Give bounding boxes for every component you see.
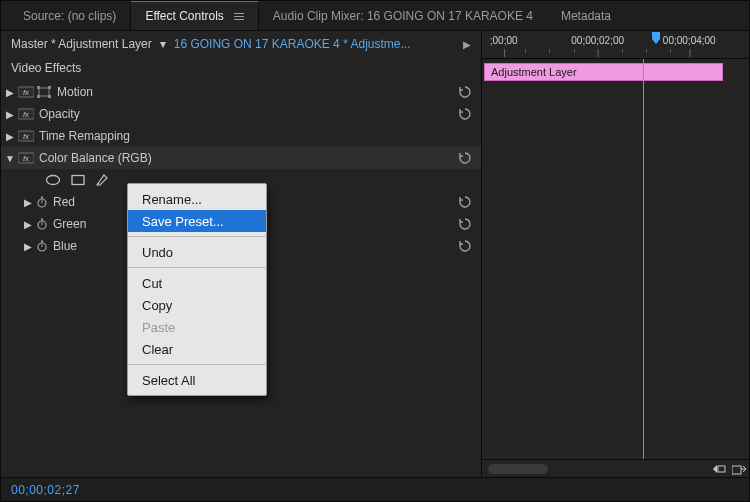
ruler-tick: 00;00;04;00 xyxy=(663,35,716,46)
play-indicator-icon[interactable]: ▶ xyxy=(463,39,471,50)
panel-menu-icon[interactable] xyxy=(234,13,244,20)
breadcrumb: Master * Adjustment Layer ▾ 16 GOING ON … xyxy=(1,31,481,57)
svg-rect-19 xyxy=(41,219,43,221)
twirly-icon[interactable]: ▶ xyxy=(21,197,35,208)
svg-text:fx: fx xyxy=(23,154,30,163)
svg-text:fx: fx xyxy=(23,88,30,97)
ruler-tick: ;00;00 xyxy=(490,35,518,46)
timecode[interactable]: 00;00;02;27 xyxy=(11,483,80,497)
twirly-icon[interactable]: ▶ xyxy=(21,241,35,252)
context-clear[interactable]: Clear xyxy=(128,338,266,360)
context-cut[interactable]: Cut xyxy=(128,272,266,294)
context-separator xyxy=(128,364,266,365)
svg-rect-14 xyxy=(72,176,84,185)
context-undo[interactable]: Undo xyxy=(128,241,266,263)
twirly-icon[interactable]: ▶ xyxy=(3,87,17,98)
reset-icon[interactable] xyxy=(455,151,475,165)
context-select-all[interactable]: Select All xyxy=(128,369,266,391)
timeline-track-area[interactable]: Adjustment Layer xyxy=(482,59,749,459)
panel-body: Master * Adjustment Layer ▾ 16 GOING ON … xyxy=(1,31,749,477)
effect-time-remapping-label: Time Remapping xyxy=(35,129,475,143)
section-video-effects: Video Effects xyxy=(1,57,481,81)
svg-rect-26 xyxy=(732,466,741,474)
context-rename[interactable]: Rename... xyxy=(128,188,266,210)
panel-tabstrip: Source: (no clips) Effect Controls Audio… xyxy=(1,1,749,31)
reset-icon[interactable] xyxy=(455,195,475,209)
effect-color-balance-row[interactable]: ▼ fx Color Balance (RGB) xyxy=(1,147,481,169)
tab-metadata[interactable]: Metadata xyxy=(547,1,625,30)
context-copy[interactable]: Copy xyxy=(128,294,266,316)
svg-rect-5 xyxy=(37,95,40,98)
reset-icon[interactable] xyxy=(455,85,475,99)
effect-controls-panel: Source: (no clips) Effect Controls Audio… xyxy=(0,0,750,502)
twirly-icon[interactable]: ▶ xyxy=(21,219,35,230)
svg-text:fx: fx xyxy=(23,132,30,141)
effect-motion-row[interactable]: ▶ fx Motion xyxy=(1,81,481,103)
breadcrumb-clip-label[interactable]: 16 GOING ON 17 KARAOKE 4 * Adjustme... xyxy=(174,37,411,51)
fx-badge-icon[interactable]: fx xyxy=(17,151,35,165)
svg-rect-4 xyxy=(48,86,51,89)
effect-opacity-row[interactable]: ▶ fx Opacity xyxy=(1,103,481,125)
timeline-pane: ;00;00 00;00;02;00 00;00;04;00 Adjustmen… xyxy=(481,31,749,477)
breadcrumb-master-label[interactable]: Master * Adjustment Layer xyxy=(11,37,152,51)
pen-mask-icon[interactable] xyxy=(95,173,109,187)
stopwatch-icon[interactable] xyxy=(35,240,49,252)
playhead-marker-icon[interactable] xyxy=(650,31,662,43)
tab-effect-controls-label: Effect Controls xyxy=(145,9,223,23)
svg-point-13 xyxy=(47,176,60,185)
fx-badge-icon[interactable]: fx xyxy=(17,129,35,143)
effect-motion-label: Motion xyxy=(53,85,455,99)
export-frame-icon[interactable] xyxy=(729,461,749,477)
context-paste: Paste xyxy=(128,316,266,338)
twirly-icon[interactable]: ▶ xyxy=(3,109,17,120)
timeline-ruler[interactable]: ;00;00 00;00;02;00 00;00;04;00 xyxy=(482,31,749,59)
reset-icon[interactable] xyxy=(455,239,475,253)
timeline-clip-label: Adjustment Layer xyxy=(491,66,577,78)
panel-footer: 00;00;02;27 xyxy=(1,477,749,501)
fx-badge-icon[interactable]: fx xyxy=(17,85,35,99)
zoom-out-icon[interactable] xyxy=(709,461,729,477)
tab-source[interactable]: Source: (no clips) xyxy=(9,1,130,30)
stopwatch-icon[interactable] xyxy=(35,218,49,230)
transform-icon xyxy=(35,85,53,99)
svg-text:fx: fx xyxy=(23,110,30,119)
tab-audio-mixer[interactable]: Audio Clip Mixer: 16 GOING ON 17 KARAOKE… xyxy=(259,1,547,30)
svg-rect-2 xyxy=(39,88,49,96)
reset-icon[interactable] xyxy=(455,217,475,231)
svg-rect-3 xyxy=(37,86,40,89)
horizontal-scrollbar[interactable] xyxy=(488,464,548,474)
timeline-bottom-bar xyxy=(482,459,749,477)
effect-time-remapping-row[interactable]: ▶ fx Time Remapping xyxy=(1,125,481,147)
svg-rect-22 xyxy=(41,241,43,243)
context-separator xyxy=(128,267,266,268)
effect-color-balance-label: Color Balance (RGB) xyxy=(35,151,455,165)
playhead-line xyxy=(643,59,644,459)
context-separator xyxy=(128,236,266,237)
ellipse-mask-icon[interactable] xyxy=(45,174,61,186)
vertical-scrollbar[interactable] xyxy=(735,59,749,459)
reset-icon[interactable] xyxy=(455,107,475,121)
svg-rect-24 xyxy=(652,32,660,39)
rect-mask-icon[interactable] xyxy=(71,174,85,186)
fx-badge-icon[interactable]: fx xyxy=(17,107,35,121)
tab-effect-controls[interactable]: Effect Controls xyxy=(130,1,258,30)
twirly-icon[interactable]: ▶ xyxy=(3,131,17,142)
ruler-tick: 00;00;02;00 xyxy=(571,35,624,46)
twirly-open-icon[interactable]: ▼ xyxy=(3,153,17,164)
context-menu: Rename... Save Preset... Undo Cut Copy P… xyxy=(127,183,267,396)
svg-rect-6 xyxy=(48,95,51,98)
svg-rect-16 xyxy=(41,197,43,199)
effect-opacity-label: Opacity xyxy=(35,107,455,121)
context-save-preset[interactable]: Save Preset... xyxy=(128,210,266,232)
svg-rect-25 xyxy=(718,466,725,472)
timeline-clip[interactable]: Adjustment Layer xyxy=(484,63,723,81)
chevron-down-icon[interactable]: ▾ xyxy=(160,37,166,51)
stopwatch-icon[interactable] xyxy=(35,196,49,208)
